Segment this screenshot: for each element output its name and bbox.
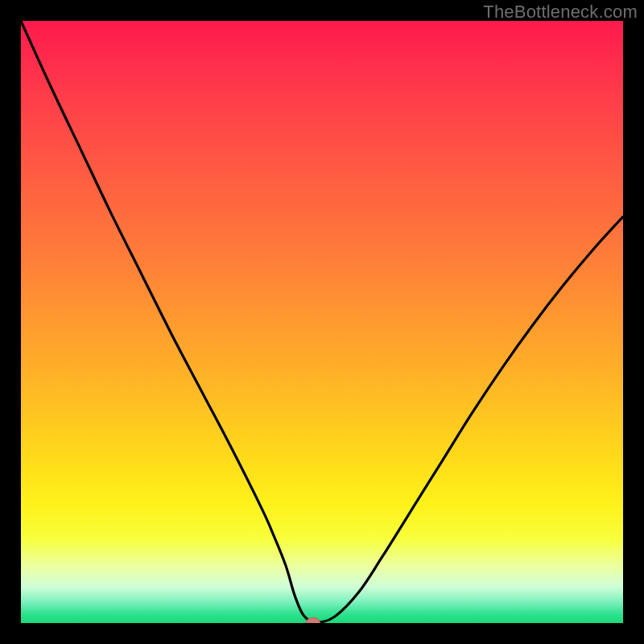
watermark-text: TheBottleneck.com xyxy=(483,2,638,23)
chart-frame: TheBottleneck.com xyxy=(0,0,644,644)
gradient-background xyxy=(21,21,623,623)
bottleneck-chart xyxy=(21,21,623,623)
plot-area xyxy=(21,21,623,623)
